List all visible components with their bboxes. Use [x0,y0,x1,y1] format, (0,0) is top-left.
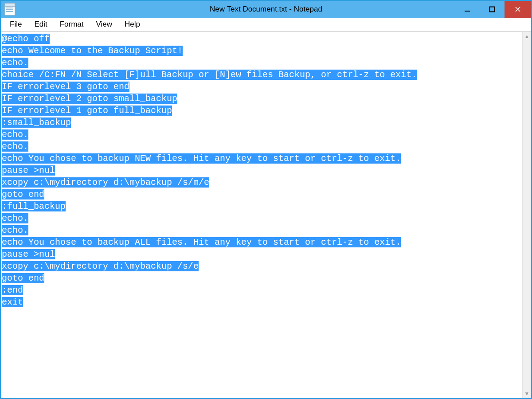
scroll-up-icon: ▲ [524,34,530,39]
text-line[interactable]: IF errorlevel 1 goto full_backup [2,105,521,117]
text-line[interactable]: pause >nul [2,164,521,176]
menubar: File Edit Format View Help [1,18,531,31]
text-line[interactable]: xcopy c:\mydirectory d:\mybackup /s/m/e [2,176,521,188]
text-line[interactable]: exit [2,296,521,308]
text-line[interactable]: pause >nul [2,248,521,260]
text-line[interactable]: echo You chose to backup ALL files. Hit … [2,236,521,248]
text-line[interactable]: :end [2,284,521,296]
menu-help[interactable]: Help [118,19,146,30]
text-line[interactable]: xcopy c:\mydirectory d:\mybackup /s/e [2,260,521,272]
text-line[interactable]: echo You chose to backup NEW files. Hit … [2,153,521,164]
text-line[interactable]: :small_backup [2,117,521,129]
notepad-app-icon [4,3,15,16]
text-line[interactable]: goto end [2,188,521,200]
text-line[interactable]: echo. [2,141,521,153]
text-line[interactable]: :full_backup [2,200,521,212]
text-line[interactable]: echo. [2,129,521,141]
notepad-window: New Text Document.txt - Notepad File Edi… [0,0,532,399]
menu-view[interactable]: View [90,19,119,30]
svg-rect-0 [465,11,470,12]
text-line[interactable]: @echo off [2,33,521,45]
maximize-icon [489,6,495,12]
scroll-down-icon: ▼ [524,391,530,396]
text-line[interactable]: IF errorlevel 2 goto small_backup [2,93,521,105]
text-line[interactable]: IF errorlevel 3 goto end [2,81,521,93]
menu-format[interactable]: Format [54,19,90,30]
window-title: New Text Document.txt - Notepad [1,5,531,14]
text-line[interactable]: echo. [2,212,521,224]
text-line[interactable]: echo. [2,224,521,236]
text-line[interactable]: echo Welcome to the Backup Script! [2,45,521,57]
close-button[interactable] [505,1,531,18]
maximize-button[interactable] [480,1,505,18]
minimize-button[interactable] [455,1,480,18]
client-area: @echo offecho Welcome to the Backup Scri… [1,31,531,398]
text-editor[interactable]: @echo offecho Welcome to the Backup Scri… [1,32,522,398]
close-icon [515,6,521,12]
svg-rect-1 [490,7,495,12]
window-controls [455,1,531,18]
menu-file[interactable]: File [4,19,28,30]
text-line[interactable]: choice /C:FN /N Select [F]ull Backup or … [2,69,521,81]
menu-edit[interactable]: Edit [28,19,53,30]
text-line[interactable]: goto end [2,272,521,284]
text-line[interactable]: echo. [2,57,521,69]
minimize-icon [464,6,470,12]
vertical-scrollbar[interactable]: ▲ ▼ [522,32,531,398]
titlebar[interactable]: New Text Document.txt - Notepad [1,1,531,18]
